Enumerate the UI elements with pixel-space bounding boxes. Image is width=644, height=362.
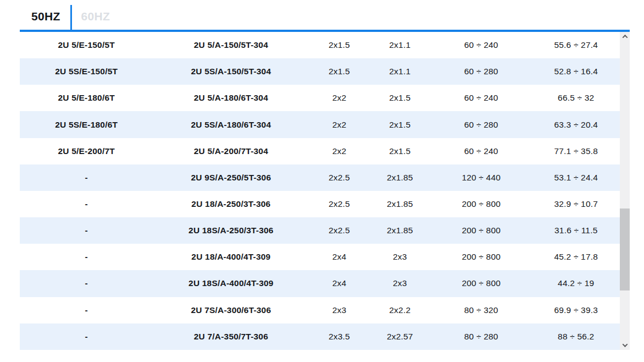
table-scroll-area: 2U 5/E-150/5T 2U 5/A-150/5T-304 2x1.5 2x… xyxy=(20,32,630,350)
section-2-cell: 2x1.85 xyxy=(370,217,430,244)
tab-bar: 50HZ 60HZ xyxy=(20,0,630,32)
range-2-cell: 77.1 ÷ 35.8 xyxy=(532,138,620,164)
frequency-table-panel: 50HZ 60HZ 2U 5/E-150/5T 2U 5/A-150/5T-30… xyxy=(20,0,630,350)
model-e-cell: 2U 5S/E-180/6T xyxy=(20,111,153,138)
section-1-cell: 2x4 xyxy=(309,270,369,297)
chevron-up-icon xyxy=(622,35,628,40)
section-1-cell: 2x1.5 xyxy=(309,32,369,58)
scroll-down-button[interactable] xyxy=(620,341,630,350)
scroll-up-button[interactable] xyxy=(620,32,630,41)
range-1-cell: 120 ÷ 440 xyxy=(430,164,532,191)
section-1-cell: 2x2 xyxy=(309,85,369,111)
range-1-cell: 60 ÷ 240 xyxy=(430,138,532,164)
model-e-cell: - xyxy=(20,270,153,297)
model-e-cell: - xyxy=(20,217,153,244)
model-e-cell: 2U 5S/E-150/5T xyxy=(20,58,153,85)
section-2-cell: 2x1.1 xyxy=(370,58,430,85)
section-2-cell: 2x1.1 xyxy=(370,32,430,58)
range-2-cell: 63.3 ÷ 20.4 xyxy=(532,111,620,138)
range-1-cell: 60 ÷ 280 xyxy=(430,111,532,138)
model-e-cell: - xyxy=(20,297,153,323)
range-2-cell: 32.9 ÷ 10.7 xyxy=(532,191,620,217)
table-row: - 2U 7S/A-300/6T-306 2x3 2x2.2 80 ÷ 320 … xyxy=(20,297,620,323)
model-e-cell: - xyxy=(20,244,153,270)
vertical-scrollbar[interactable] xyxy=(620,32,630,350)
range-1-cell: 200 ÷ 800 xyxy=(430,191,532,217)
range-1-cell: 60 ÷ 240 xyxy=(430,85,532,111)
range-2-cell: 53.1 ÷ 24.4 xyxy=(532,164,620,191)
table-row: - 2U 18/A-400/4T-309 2x4 2x3 200 ÷ 800 4… xyxy=(20,244,620,270)
model-e-cell: 2U 5/E-150/5T xyxy=(20,32,153,58)
table-row: 2U 5/E-150/5T 2U 5/A-150/5T-304 2x1.5 2x… xyxy=(20,32,620,58)
section-1-cell: 2x2.5 xyxy=(309,217,369,244)
section-2-cell: 2x1.5 xyxy=(370,138,430,164)
tab-60hz[interactable]: 60HZ xyxy=(72,10,120,30)
section-2-cell: 2x1.85 xyxy=(370,191,430,217)
section-2-cell: 2x3 xyxy=(370,244,430,270)
model-a-cell: 2U 18S/A-400/4T-309 xyxy=(153,270,309,297)
range-2-cell: 88 ÷ 56.2 xyxy=(532,323,620,350)
table-row: 2U 5S/E-180/6T 2U 5S/A-180/6T-304 2x2 2x… xyxy=(20,111,620,138)
section-2-cell: 2x1.5 xyxy=(370,85,430,111)
section-2-cell: 2x1.85 xyxy=(370,164,430,191)
model-e-cell: 2U 5/E-180/6T xyxy=(20,85,153,111)
model-a-cell: 2U 9S/A-250/5T-306 xyxy=(153,164,309,191)
section-2-cell: 2x2.2 xyxy=(370,297,430,323)
section-1-cell: 2x3 xyxy=(309,297,369,323)
range-2-cell: 44.2 ÷ 19 xyxy=(532,270,620,297)
section-2-cell: 2x1.5 xyxy=(370,111,430,138)
section-1-cell: 2x2.5 xyxy=(309,164,369,191)
table-row: - 2U 18/A-250/3T-306 2x2.5 2x1.85 200 ÷ … xyxy=(20,191,620,217)
chevron-down-icon xyxy=(622,342,628,347)
model-e-cell: - xyxy=(20,323,153,350)
range-2-cell: 45.2 ÷ 17.8 xyxy=(532,244,620,270)
model-e-cell: 2U 5/E-200/7T xyxy=(20,138,153,164)
model-a-cell: 2U 7S/A-300/6T-306 xyxy=(153,297,309,323)
table-row: - 2U 9S/A-250/5T-306 2x2.5 2x1.85 120 ÷ … xyxy=(20,164,620,191)
range-2-cell: 52.8 ÷ 16.4 xyxy=(532,58,620,85)
section-1-cell: 2x1.5 xyxy=(309,58,369,85)
range-2-cell: 31.6 ÷ 11.5 xyxy=(532,217,620,244)
model-a-cell: 2U 18S/A-250/3T-306 xyxy=(153,217,309,244)
range-1-cell: 80 ÷ 320 xyxy=(430,297,532,323)
range-1-cell: 60 ÷ 280 xyxy=(430,58,532,85)
table-row: 2U 5S/E-150/5T 2U 5S/A-150/5T-304 2x1.5 … xyxy=(20,58,620,85)
section-1-cell: 2x2 xyxy=(309,111,369,138)
model-a-cell: 2U 18/A-400/4T-309 xyxy=(153,244,309,270)
model-a-cell: 2U 18/A-250/3T-306 xyxy=(153,191,309,217)
scrollbar-thumb[interactable] xyxy=(620,209,630,290)
range-2-cell: 55.6 ÷ 27.4 xyxy=(532,32,620,58)
tab-50hz[interactable]: 50HZ xyxy=(20,10,70,30)
range-2-cell: 66.5 ÷ 32 xyxy=(532,85,620,111)
section-1-cell: 2x2 xyxy=(309,138,369,164)
range-1-cell: 200 ÷ 800 xyxy=(430,244,532,270)
model-e-cell: - xyxy=(20,164,153,191)
range-1-cell: 60 ÷ 240 xyxy=(430,32,532,58)
range-1-cell: 80 ÷ 280 xyxy=(430,323,532,350)
table-row: - 2U 18S/A-250/3T-306 2x2.5 2x1.85 200 ÷… xyxy=(20,217,620,244)
table-row: - 2U 7/A-350/7T-306 2x3.5 2x2.57 80 ÷ 28… xyxy=(20,323,620,350)
model-a-cell: 2U 5S/A-180/6T-304 xyxy=(153,111,309,138)
product-spec-table: 2U 5/E-150/5T 2U 5/A-150/5T-304 2x1.5 2x… xyxy=(20,32,620,350)
model-e-cell: - xyxy=(20,191,153,217)
range-1-cell: 200 ÷ 800 xyxy=(430,270,532,297)
model-a-cell: 2U 5/A-150/5T-304 xyxy=(153,32,309,58)
table-row: 2U 5/E-180/6T 2U 5/A-180/6T-304 2x2 2x1.… xyxy=(20,85,620,111)
section-1-cell: 2x2.5 xyxy=(309,191,369,217)
model-a-cell: 2U 5/A-180/6T-304 xyxy=(153,85,309,111)
section-1-cell: 2x3.5 xyxy=(309,323,369,350)
range-1-cell: 200 ÷ 800 xyxy=(430,217,532,244)
model-a-cell: 2U 5/A-200/7T-304 xyxy=(153,138,309,164)
table-body: 2U 5/E-150/5T 2U 5/A-150/5T-304 2x1.5 2x… xyxy=(20,32,620,350)
model-a-cell: 2U 7/A-350/7T-306 xyxy=(153,323,309,350)
section-2-cell: 2x3 xyxy=(370,270,430,297)
table-row: - 2U 18S/A-400/4T-309 2x4 2x3 200 ÷ 800 … xyxy=(20,270,620,297)
section-1-cell: 2x4 xyxy=(309,244,369,270)
model-a-cell: 2U 5S/A-150/5T-304 xyxy=(153,58,309,85)
range-2-cell: 69.9 ÷ 39.3 xyxy=(532,297,620,323)
table-row: 2U 5/E-200/7T 2U 5/A-200/7T-304 2x2 2x1.… xyxy=(20,138,620,164)
section-2-cell: 2x2.57 xyxy=(370,323,430,350)
